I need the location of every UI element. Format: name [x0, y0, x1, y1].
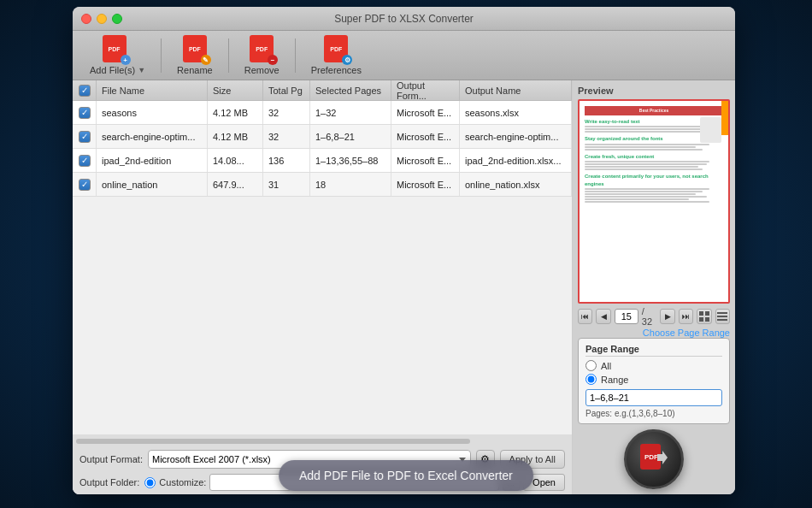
row3-total: 31: [263, 173, 310, 196]
page-range-box: Page Range All Range Pages: e.g.(1,3,6,8…: [578, 338, 730, 424]
remove-label: Remove: [244, 65, 279, 75]
th-size: Size: [208, 80, 263, 100]
row2-format: Microsoft E...: [391, 149, 460, 172]
choose-page-range-link[interactable]: Choose Page Range: [578, 328, 730, 338]
remove-pdf-icon: −: [250, 35, 274, 62]
range-radio-label[interactable]: Range: [585, 374, 722, 385]
thumbnail-view-button[interactable]: [697, 309, 711, 324]
traffic-lights: [81, 14, 122, 24]
row3-output: online_nation.xlsx: [460, 173, 572, 196]
all-option-label: All: [601, 361, 611, 371]
row0-format: Microsoft E...: [391, 101, 460, 124]
convert-button[interactable]: PDF: [624, 429, 684, 489]
all-radio-label[interactable]: All: [585, 360, 722, 371]
title-bar: Super PDF to XLSX Converter: [73, 7, 735, 31]
row1-format: Microsoft E...: [391, 125, 460, 148]
preview-nav: ⏮ ◀ / 32 ▶ ⏭: [578, 307, 730, 326]
th-filename: File Name: [97, 80, 208, 100]
preferences-button[interactable]: ⚙ Preferences: [303, 32, 370, 79]
table-row[interactable]: ✓ search-engine-optim... 4.12 MB 32 1–6,…: [73, 125, 572, 149]
row1-check[interactable]: ✓: [73, 125, 97, 148]
page-total: / 32: [642, 306, 657, 327]
svg-rect-0: [699, 311, 703, 316]
main-content: ✓ File Name Size Total Pg Selected Pages…: [73, 80, 735, 494]
rename-pdf-icon: ✎: [183, 35, 207, 62]
page-number-input[interactable]: [615, 309, 638, 324]
output-format-label: Output Format:: [79, 454, 143, 464]
row1-output: search-engine-optim...: [460, 125, 572, 148]
page-range-title: Page Range: [585, 344, 722, 357]
preferences-label: Preferences: [311, 65, 362, 75]
add-files-dropdown-arrow: ▼: [138, 66, 145, 74]
table-header: ✓ File Name Size Total Pg Selected Pages…: [73, 80, 572, 101]
header-checkbox[interactable]: ✓: [79, 85, 91, 97]
th-output-format: Output Form...: [391, 80, 460, 100]
preview-content: Best Practices Write easy-to-read text S…: [580, 101, 728, 209]
preview-panel: Preview Best Practices Write easy-to-rea…: [573, 80, 735, 494]
preview-page: Best Practices Write easy-to-read text S…: [580, 101, 728, 302]
remove-badge: −: [268, 55, 278, 65]
row1-total: 32: [263, 125, 310, 148]
table-row[interactable]: ✓ ipad_2nd-edition 14.08... 136 1–13,36,…: [73, 149, 572, 173]
rename-button[interactable]: ✎ Rename: [168, 32, 221, 79]
row2-output: ipad_2nd-edition.xlsx...: [460, 149, 572, 172]
row3-pages: 18: [310, 173, 391, 196]
row0-name: seasons: [97, 101, 208, 124]
svg-text:PDF: PDF: [644, 453, 658, 461]
preview-image: Best Practices Write easy-to-read text S…: [578, 99, 730, 304]
remove-button[interactable]: − Remove: [236, 32, 288, 79]
customize-radio-label: Customize:: [144, 477, 206, 488]
zoom-button[interactable]: [112, 14, 122, 24]
toolbar-sep-1: [161, 38, 162, 73]
table-row[interactable]: ✓ online_nation 647.9... 31 18 Microsoft…: [73, 173, 572, 197]
output-folder-label: Output Folder:: [79, 477, 139, 487]
svg-rect-3: [705, 317, 709, 322]
preview-label: Preview: [578, 86, 730, 96]
preview-orange-bar: [721, 101, 728, 135]
first-page-button[interactable]: ⏮: [578, 309, 592, 324]
th-checkbox: ✓: [73, 80, 97, 100]
row2-name: ipad_2nd-edition: [97, 149, 208, 172]
row0-total: 32: [263, 101, 310, 124]
th-total-pages: Total Pg: [263, 80, 310, 100]
range-option-label: Range: [601, 375, 628, 385]
row0-pages: 1–32: [310, 101, 391, 124]
row0-check[interactable]: ✓: [73, 101, 97, 124]
add-pdf-button[interactable]: Add PDF File to PDF to Excel Converter: [279, 460, 533, 491]
customize-label: Customize:: [159, 477, 206, 487]
row2-pages: 1–13,36,55–88: [310, 149, 391, 172]
customize-radio[interactable]: [144, 477, 156, 488]
table-body: ✓ seasons 4.12 MB 32 1–32 Microsoft E...…: [73, 101, 572, 434]
add-files-label: Add File(s): [90, 65, 135, 75]
add-badge: +: [121, 55, 131, 65]
last-page-button[interactable]: ⏭: [679, 309, 693, 324]
close-button[interactable]: [81, 14, 91, 24]
minimize-button[interactable]: [97, 14, 107, 24]
svg-rect-5: [717, 316, 727, 317]
row3-check[interactable]: ✓: [73, 173, 97, 196]
row1-pages: 1–6,8–21: [310, 125, 391, 148]
range-input[interactable]: [585, 389, 722, 406]
rename-badge: ✎: [201, 55, 211, 65]
range-radio[interactable]: [585, 374, 597, 385]
add-pdf-area: Add PDF File to PDF to Excel Converter: [279, 460, 533, 491]
row3-name: online_nation: [97, 173, 208, 196]
next-page-button[interactable]: ▶: [660, 309, 674, 324]
svg-rect-2: [699, 317, 703, 322]
row0-output: seasons.xlsx: [460, 101, 572, 124]
toolbar-sep-3: [295, 38, 296, 73]
table-row[interactable]: ✓ seasons 4.12 MB 32 1–32 Microsoft E...…: [73, 101, 572, 125]
row2-check[interactable]: ✓: [73, 149, 97, 172]
add-files-button[interactable]: + Add File(s) ▼: [81, 32, 154, 79]
list-view-button[interactable]: [715, 309, 730, 324]
prev-page-button[interactable]: ◀: [596, 309, 610, 324]
preferences-pdf-icon: ⚙: [324, 35, 348, 62]
add-files-pdf-icon: +: [103, 35, 127, 62]
file-list-area: ✓ File Name Size Total Pg Selected Pages…: [73, 80, 573, 494]
all-radio[interactable]: [585, 360, 597, 371]
row2-total: 136: [263, 149, 310, 172]
row3-size: 647.9...: [208, 173, 263, 196]
range-hint: Pages: e.g.(1,3,6,8–10): [585, 409, 722, 418]
svg-rect-6: [717, 319, 727, 321]
row3-format: Microsoft E...: [391, 173, 460, 196]
